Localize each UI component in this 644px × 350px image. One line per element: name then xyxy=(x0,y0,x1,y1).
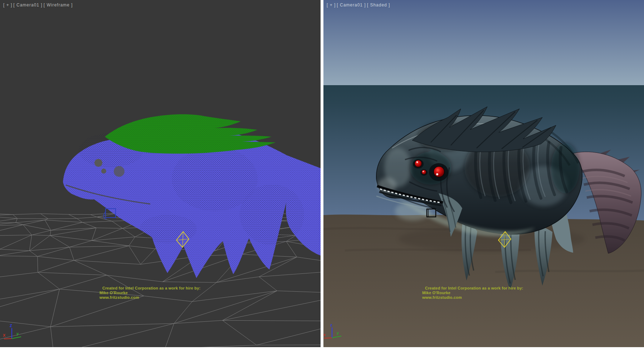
watermark-line: Mike O'Rourke xyxy=(422,291,523,295)
viewport-shaded[interactable]: x y z [ + ][ Camera01 ][ Shaded ] Create… xyxy=(323,0,644,347)
watermark-line: Created for Intel Corporation as a work … xyxy=(99,286,200,291)
viewport-menu-shading[interactable]: [ Shaded ] xyxy=(367,3,390,8)
axis-z-label: Z xyxy=(10,324,12,328)
viewport-menu-shading[interactable]: [ Wireframe ] xyxy=(44,3,73,8)
watermark-line: Created for Intel Corporation as a work … xyxy=(422,286,523,291)
sky xyxy=(323,0,644,85)
axis-y-label: y xyxy=(337,331,339,335)
creature-eye xyxy=(415,160,422,167)
axis-x-label: X xyxy=(3,333,6,337)
creature-eye xyxy=(422,170,426,175)
dorsal-fin-selected[interactable] xyxy=(105,114,275,154)
viewport-menu-camera[interactable]: [ Camera01 ] xyxy=(337,3,366,8)
watermark-left: Created for Intel Corporation as a work … xyxy=(99,286,200,300)
fish-eye-circle xyxy=(114,166,125,177)
creature-eye xyxy=(434,166,444,177)
fish-eye-circle xyxy=(94,159,102,167)
viewport-menu-camera[interactable]: [ Camera01 ] xyxy=(13,3,42,8)
eye-specular xyxy=(416,161,418,163)
max-split-viewport-screenshot: { "viewports": { "left": { "label_segmen… xyxy=(0,0,644,350)
fish-eye-circle xyxy=(101,169,106,174)
axis-x-line xyxy=(4,339,12,339)
dorsal-fin-stipple xyxy=(105,114,275,154)
viewport-wireframe[interactable]: X y Z [ + ][ Camera01 ][ Wireframe ] Cre… xyxy=(0,0,321,347)
viewport-menu-plus[interactable]: [ + ] xyxy=(327,3,336,8)
axis-y-label: y xyxy=(16,331,19,336)
watermark-line: Mike O'Rourke xyxy=(99,291,200,295)
axis-x-label: x xyxy=(323,332,326,337)
viewport-label-left: [ + ][ Camera01 ][ Wireframe ] xyxy=(3,3,74,8)
viewport-menu-plus[interactable]: [ + ] xyxy=(3,3,12,8)
axis-z-label: z xyxy=(330,323,332,327)
eye-specular xyxy=(423,171,424,172)
watermark-right: Created for Intel Corporation as a work … xyxy=(422,286,523,300)
fish-model-wireframe[interactable] xyxy=(63,114,321,278)
axis-tripod: X y Z xyxy=(3,324,21,339)
viewport-label-right: [ + ][ Camera01 ][ Shaded ] xyxy=(327,3,391,8)
watermark-line: www.fritzstudio.com xyxy=(422,295,523,300)
eye-specular xyxy=(436,173,438,175)
watermark-line: www.fritzstudio.com xyxy=(99,295,200,300)
axis-y-line xyxy=(12,337,21,339)
axis-x-line xyxy=(324,338,332,338)
